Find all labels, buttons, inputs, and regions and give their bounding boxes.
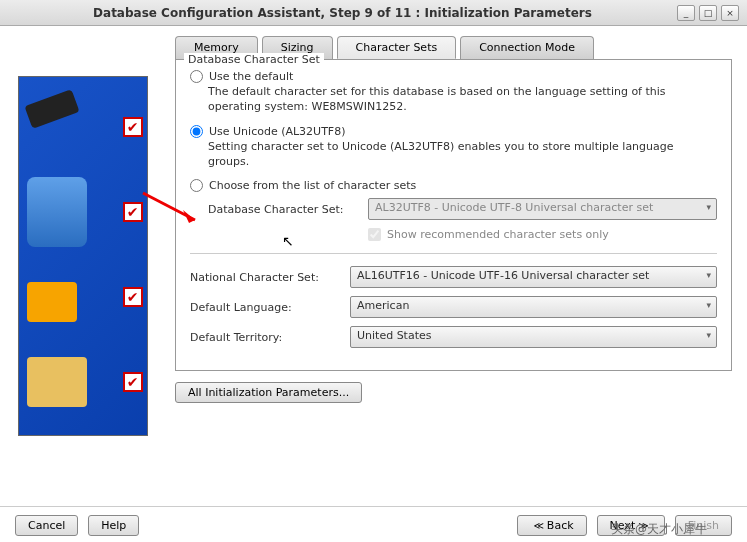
fieldset-legend: Database Character Set [184, 53, 324, 66]
maximize-button[interactable]: □ [699, 5, 717, 21]
radio-choose-list-input[interactable] [190, 179, 203, 192]
titlebar: Database Configuration Assistant, Step 9… [0, 0, 747, 26]
window-title: Database Configuration Assistant, Step 9… [8, 6, 677, 20]
cancel-button[interactable]: Cancel [15, 515, 78, 536]
radio-use-unicode[interactable]: Use Unicode (AL32UTF8) [190, 125, 717, 138]
chevron-left-icon: ≪ [533, 520, 543, 531]
default-language-label: Default Language: [190, 301, 350, 314]
national-charset-label: National Character Set: [190, 271, 350, 284]
default-territory-select[interactable]: United States [350, 326, 717, 348]
step-check-icon: ✔ [123, 372, 143, 392]
radio-label: Use Unicode (AL32UTF8) [209, 125, 345, 138]
national-charset-select[interactable]: AL16UTF16 - Unicode UTF-16 Universal cha… [350, 266, 717, 288]
show-recommended-checkbox [368, 228, 381, 241]
step-check-icon: ✔ [123, 287, 143, 307]
db-charset-select: AL32UTF8 - Unicode UTF-8 Universal chara… [368, 198, 717, 220]
radio-use-unicode-desc: Setting character set to Unicode (AL32UT… [208, 140, 717, 170]
step-check-icon: ✔ [123, 117, 143, 137]
minimize-button[interactable]: _ [677, 5, 695, 21]
radio-label: Use the default [209, 70, 293, 83]
radio-use-default[interactable]: Use the default [190, 70, 717, 83]
back-button[interactable]: ≪Back [517, 515, 586, 536]
database-icon [27, 177, 87, 247]
folders-icon [27, 357, 87, 407]
all-init-params-button[interactable]: All Initialization Parameters... [175, 382, 362, 403]
default-language-select[interactable]: American [350, 296, 717, 318]
wizard-steps-panel: ✔ ✔ ✔ ✔ [18, 76, 148, 436]
shapes-icon [27, 282, 77, 322]
db-charset-label: Database Character Set: [208, 203, 368, 216]
radio-use-unicode-input[interactable] [190, 125, 203, 138]
help-button[interactable]: Help [88, 515, 139, 536]
tab-character-sets[interactable]: Character Sets [337, 36, 457, 59]
close-button[interactable]: × [721, 5, 739, 21]
main-panel: Memory Sizing Character Sets Connection … [165, 26, 747, 506]
radio-choose-list[interactable]: Choose from the list of character sets [190, 179, 717, 192]
radio-label: Choose from the list of character sets [209, 179, 416, 192]
character-set-fieldset: Database Character Set Use the default T… [175, 59, 732, 371]
radio-use-default-input[interactable] [190, 70, 203, 83]
separator [190, 253, 717, 254]
chip-icon [24, 89, 79, 129]
tab-connection-mode[interactable]: Connection Mode [460, 36, 594, 59]
default-territory-label: Default Territory: [190, 331, 350, 344]
show-recommended-label: Show recommended character sets only [387, 228, 609, 241]
radio-use-default-desc: The default character set for this datab… [208, 85, 717, 115]
step-check-icon: ✔ [123, 202, 143, 222]
watermark: 头条@天才小犀牛 [611, 521, 707, 538]
sidebar: ✔ ✔ ✔ ✔ [0, 26, 165, 506]
